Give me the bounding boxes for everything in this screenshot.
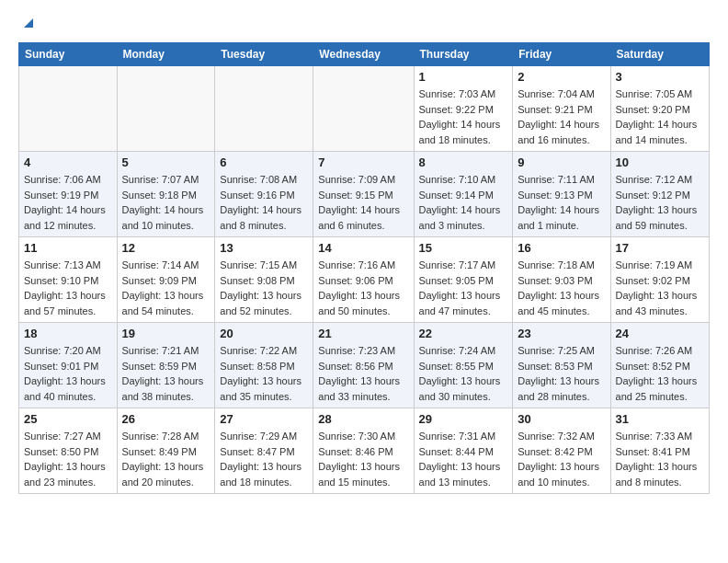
day-info: Sunrise: 7:15 AM Sunset: 9:08 PM Dayligh… <box>220 258 308 318</box>
calendar-cell: 12Sunrise: 7:14 AM Sunset: 9:09 PM Dayli… <box>117 237 215 323</box>
day-number: 21 <box>318 327 408 340</box>
calendar-week-row: 25Sunrise: 7:27 AM Sunset: 8:50 PM Dayli… <box>19 408 710 494</box>
day-info: Sunrise: 7:20 AM Sunset: 9:01 PM Dayligh… <box>24 343 112 404</box>
svg-marker-0 <box>24 18 33 28</box>
weekday-header-thursday: Thursday <box>414 43 513 66</box>
day-info: Sunrise: 7:24 AM Sunset: 8:55 PM Dayligh… <box>419 343 508 404</box>
day-info: Sunrise: 7:22 AM Sunset: 8:58 PM Dayligh… <box>220 343 308 404</box>
calendar-cell: 5Sunrise: 7:07 AM Sunset: 9:18 PM Daylig… <box>117 152 215 237</box>
calendar-cell: 13Sunrise: 7:15 AM Sunset: 9:08 PM Dayli… <box>215 237 313 323</box>
day-info: Sunrise: 7:27 AM Sunset: 8:50 PM Dayligh… <box>24 429 112 489</box>
weekday-header-wednesday: Wednesday <box>313 43 414 66</box>
day-info: Sunrise: 7:30 AM Sunset: 8:46 PM Dayligh… <box>318 429 408 489</box>
day-info: Sunrise: 7:07 AM Sunset: 9:18 PM Dayligh… <box>122 172 210 233</box>
day-info: Sunrise: 7:23 AM Sunset: 8:56 PM Dayligh… <box>318 343 408 404</box>
day-number: 17 <box>616 241 704 255</box>
calendar-cell: 4Sunrise: 7:06 AM Sunset: 9:19 PM Daylig… <box>19 152 118 237</box>
day-info: Sunrise: 7:32 AM Sunset: 8:42 PM Dayligh… <box>518 429 605 489</box>
day-number: 28 <box>318 412 408 426</box>
day-number: 15 <box>419 241 508 255</box>
weekday-header-monday: Monday <box>117 43 215 66</box>
calendar-cell: 21Sunrise: 7:23 AM Sunset: 8:56 PM Dayli… <box>313 323 414 408</box>
calendar-cell: 10Sunrise: 7:12 AM Sunset: 9:12 PM Dayli… <box>610 152 709 237</box>
calendar-cell: 26Sunrise: 7:28 AM Sunset: 8:49 PM Dayli… <box>117 408 215 494</box>
day-number: 7 <box>318 155 408 169</box>
day-number: 29 <box>419 412 508 426</box>
calendar-cell: 20Sunrise: 7:22 AM Sunset: 8:58 PM Dayli… <box>215 323 313 408</box>
calendar-cell: 19Sunrise: 7:21 AM Sunset: 8:59 PM Dayli… <box>117 323 215 408</box>
day-number: 9 <box>518 155 605 169</box>
day-number: 24 <box>616 327 704 340</box>
day-info: Sunrise: 7:26 AM Sunset: 8:52 PM Dayligh… <box>616 343 704 404</box>
day-number: 4 <box>24 155 112 169</box>
day-number: 26 <box>122 412 210 426</box>
day-info: Sunrise: 7:33 AM Sunset: 8:41 PM Dayligh… <box>616 429 704 489</box>
day-number: 13 <box>220 241 308 255</box>
calendar-cell <box>19 66 118 152</box>
day-info: Sunrise: 7:14 AM Sunset: 9:09 PM Dayligh… <box>122 258 210 318</box>
calendar-cell: 6Sunrise: 7:08 AM Sunset: 9:16 PM Daylig… <box>215 152 313 237</box>
calendar-cell <box>215 66 313 152</box>
calendar-cell: 17Sunrise: 7:19 AM Sunset: 9:02 PM Dayli… <box>610 237 709 323</box>
day-number: 30 <box>518 412 605 426</box>
day-number: 14 <box>318 241 408 255</box>
day-number: 20 <box>220 327 308 340</box>
weekday-header-friday: Friday <box>513 43 610 66</box>
weekday-header-sunday: Sunday <box>19 43 118 66</box>
day-number: 31 <box>616 412 704 426</box>
calendar-cell: 23Sunrise: 7:25 AM Sunset: 8:53 PM Dayli… <box>513 323 610 408</box>
day-info: Sunrise: 7:03 AM Sunset: 9:22 PM Dayligh… <box>419 86 508 147</box>
day-number: 8 <box>419 155 508 169</box>
day-info: Sunrise: 7:28 AM Sunset: 8:49 PM Dayligh… <box>122 429 210 489</box>
calendar-table: SundayMondayTuesdayWednesdayThursdayFrid… <box>18 42 710 494</box>
day-info: Sunrise: 7:31 AM Sunset: 8:44 PM Dayligh… <box>419 429 508 489</box>
calendar-cell: 25Sunrise: 7:27 AM Sunset: 8:50 PM Dayli… <box>19 408 118 494</box>
calendar-cell: 2Sunrise: 7:04 AM Sunset: 9:21 PM Daylig… <box>513 66 610 152</box>
day-info: Sunrise: 7:16 AM Sunset: 9:06 PM Dayligh… <box>318 258 408 318</box>
day-info: Sunrise: 7:21 AM Sunset: 8:59 PM Dayligh… <box>122 343 210 404</box>
day-number: 1 <box>419 70 508 84</box>
calendar-cell: 15Sunrise: 7:17 AM Sunset: 9:05 PM Dayli… <box>414 237 513 323</box>
day-number: 5 <box>122 155 210 169</box>
calendar-week-row: 18Sunrise: 7:20 AM Sunset: 9:01 PM Dayli… <box>19 323 710 408</box>
day-number: 12 <box>122 241 210 255</box>
day-info: Sunrise: 7:29 AM Sunset: 8:47 PM Dayligh… <box>220 429 308 489</box>
day-info: Sunrise: 7:09 AM Sunset: 9:15 PM Dayligh… <box>318 172 408 233</box>
calendar-cell: 22Sunrise: 7:24 AM Sunset: 8:55 PM Dayli… <box>414 323 513 408</box>
calendar-week-row: 11Sunrise: 7:13 AM Sunset: 9:10 PM Dayli… <box>19 237 710 323</box>
calendar-cell: 16Sunrise: 7:18 AM Sunset: 9:03 PM Dayli… <box>513 237 610 323</box>
day-info: Sunrise: 7:18 AM Sunset: 9:03 PM Dayligh… <box>518 258 605 318</box>
calendar-cell: 18Sunrise: 7:20 AM Sunset: 9:01 PM Dayli… <box>19 323 118 408</box>
day-number: 10 <box>616 155 704 169</box>
calendar-cell: 14Sunrise: 7:16 AM Sunset: 9:06 PM Dayli… <box>313 237 414 323</box>
calendar-week-row: 4Sunrise: 7:06 AM Sunset: 9:19 PM Daylig… <box>19 152 710 237</box>
calendar-cell: 30Sunrise: 7:32 AM Sunset: 8:42 PM Dayli… <box>513 408 610 494</box>
day-info: Sunrise: 7:04 AM Sunset: 9:21 PM Dayligh… <box>518 86 605 147</box>
calendar-header-row: SundayMondayTuesdayWednesdayThursdayFrid… <box>19 43 710 66</box>
day-number: 19 <box>122 327 210 340</box>
weekday-header-saturday: Saturday <box>610 43 709 66</box>
day-info: Sunrise: 7:11 AM Sunset: 9:13 PM Dayligh… <box>518 172 605 233</box>
day-number: 25 <box>24 412 112 426</box>
calendar-cell: 24Sunrise: 7:26 AM Sunset: 8:52 PM Dayli… <box>610 323 709 408</box>
calendar-cell: 28Sunrise: 7:30 AM Sunset: 8:46 PM Dayli… <box>313 408 414 494</box>
day-info: Sunrise: 7:25 AM Sunset: 8:53 PM Dayligh… <box>518 343 605 404</box>
calendar-cell: 29Sunrise: 7:31 AM Sunset: 8:44 PM Dayli… <box>414 408 513 494</box>
day-number: 16 <box>518 241 605 255</box>
calendar-cell <box>117 66 215 152</box>
day-info: Sunrise: 7:10 AM Sunset: 9:14 PM Dayligh… <box>419 172 508 233</box>
calendar-cell: 9Sunrise: 7:11 AM Sunset: 9:13 PM Daylig… <box>513 152 610 237</box>
day-info: Sunrise: 7:05 AM Sunset: 9:20 PM Dayligh… <box>616 86 704 147</box>
calendar-cell: 31Sunrise: 7:33 AM Sunset: 8:41 PM Dayli… <box>610 408 709 494</box>
day-number: 6 <box>220 155 308 169</box>
day-info: Sunrise: 7:08 AM Sunset: 9:16 PM Dayligh… <box>220 172 308 233</box>
day-number: 18 <box>24 327 112 340</box>
calendar-cell: 3Sunrise: 7:05 AM Sunset: 9:20 PM Daylig… <box>610 66 709 152</box>
day-info: Sunrise: 7:17 AM Sunset: 9:05 PM Dayligh… <box>419 258 508 318</box>
day-number: 3 <box>616 70 704 84</box>
calendar-cell: 27Sunrise: 7:29 AM Sunset: 8:47 PM Dayli… <box>215 408 313 494</box>
calendar-cell <box>313 66 414 152</box>
weekday-header-tuesday: Tuesday <box>215 43 313 66</box>
day-number: 2 <box>518 70 605 84</box>
day-number: 27 <box>220 412 308 426</box>
